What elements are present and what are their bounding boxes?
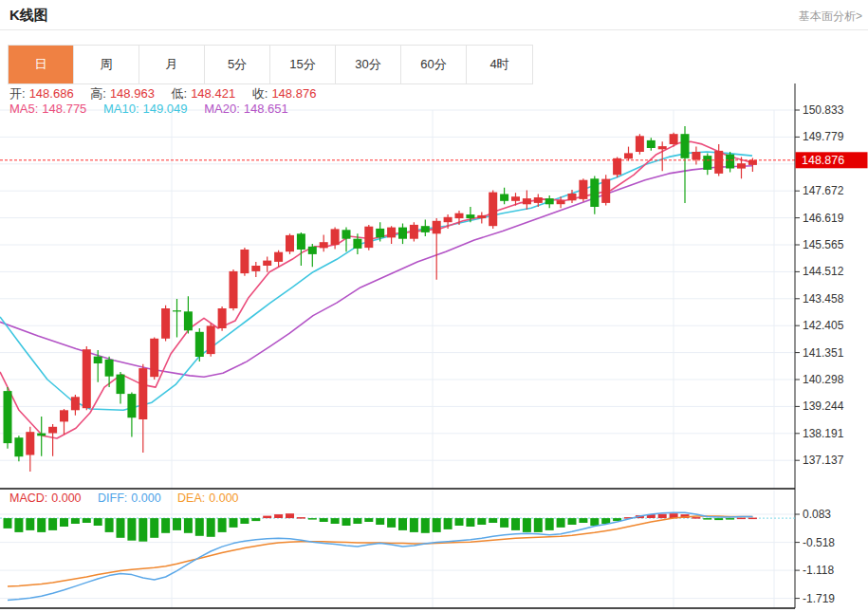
- tab-5min[interactable]: 5分: [205, 46, 270, 83]
- tab-week[interactable]: 周: [74, 46, 139, 83]
- price-tick-label: 140.298: [803, 373, 844, 386]
- tab-4hour[interactable]: 4时: [467, 46, 532, 83]
- price-tick-label: 142.405: [803, 319, 844, 332]
- price-tick-label: 145.565: [803, 238, 844, 251]
- price-tick-label: 141.351: [803, 346, 844, 360]
- widget-header: K线图 基本面分析>: [0, 0, 868, 30]
- price-tick-label: 146.619: [803, 212, 844, 225]
- macd-tick-label: -0.518: [803, 536, 835, 549]
- page-title: K线图: [9, 7, 48, 25]
- price-tick-label: 138.191: [803, 427, 844, 440]
- macd-tick-label: 0.083: [803, 508, 831, 521]
- price-tick-label: 149.779: [803, 130, 844, 143]
- fundamental-analysis-link[interactable]: 基本面分析>: [799, 9, 862, 25]
- tab-30min[interactable]: 30分: [336, 46, 401, 83]
- price-tick-label: 144.512: [803, 265, 844, 278]
- tab-60min[interactable]: 60分: [401, 46, 467, 83]
- macd-tick-label: -1.118: [803, 564, 834, 577]
- kline-chart-area[interactable]: 开:148.686 高:148.963 低:148.421 收:148.876 …: [0, 83, 868, 612]
- price-tick-label: 150.833: [803, 103, 844, 117]
- ma-lines: [0, 141, 752, 438]
- macd-axis: 0.083-0.518-1.118-1.719: [795, 508, 835, 605]
- kline-chart-canvas[interactable]: 150.833149.779147.672146.619145.565144.5…: [0, 83, 868, 612]
- timeframe-tabs: 日周月5分15分30分60分4时: [8, 45, 533, 84]
- tab-day[interactable]: 日: [9, 46, 74, 83]
- vertical-gridlines: [172, 110, 774, 608]
- price-tick-label: 147.672: [803, 184, 844, 197]
- tab-15min[interactable]: 15分: [270, 46, 336, 83]
- current-price-badge: 148.876: [796, 152, 868, 168]
- price-tick-label: 139.244: [803, 399, 844, 413]
- kline-widget: { "header": { "title": "K线图", "link": "基…: [0, 0, 868, 612]
- main-gridlines: [0, 110, 795, 460]
- tab-month[interactable]: 月: [139, 46, 205, 83]
- svg-text:148.876: 148.876: [802, 154, 844, 167]
- macd-tick-label: -1.719: [803, 592, 835, 605]
- price-tick-label: 137.137: [803, 454, 844, 467]
- price-tick-label: 143.458: [803, 292, 844, 306]
